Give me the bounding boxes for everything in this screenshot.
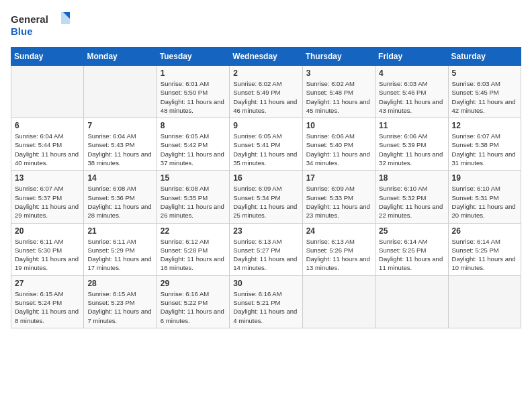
cell-content: Sunrise: 6:02 AMSunset: 5:49 PMDaylight:… — [233, 79, 298, 115]
cell-content: Sunrise: 6:05 AMSunset: 5:41 PMDaylight:… — [233, 132, 298, 167]
calendar-cell: 11Sunrise: 6:06 AMSunset: 5:39 PMDayligh… — [375, 118, 448, 171]
calendar-cell — [11, 66, 84, 118]
day-number: 28 — [87, 279, 152, 288]
calendar-cell: 26Sunrise: 6:14 AMSunset: 5:25 PMDayligh… — [448, 223, 521, 275]
day-number: 22 — [161, 226, 226, 236]
svg-text:Blue: Blue — [11, 26, 33, 37]
cell-content: Sunrise: 6:15 AMSunset: 5:23 PMDaylight:… — [87, 289, 152, 325]
cell-content: Sunrise: 6:13 AMSunset: 5:27 PMDaylight:… — [233, 237, 298, 273]
calendar-cell: 17Sunrise: 6:09 AMSunset: 5:33 PMDayligh… — [302, 171, 375, 223]
calendar-cell: 10Sunrise: 6:06 AMSunset: 5:40 PMDayligh… — [302, 118, 375, 171]
calendar-cell: 7Sunrise: 6:04 AMSunset: 5:43 PMDaylight… — [84, 118, 157, 171]
cell-content: Sunrise: 6:16 AMSunset: 5:21 PMDaylight:… — [233, 289, 298, 325]
calendar-cell: 28Sunrise: 6:15 AMSunset: 5:23 PMDayligh… — [84, 275, 157, 328]
day-number: 8 — [161, 121, 226, 130]
calendar-cell: 9Sunrise: 6:05 AMSunset: 5:41 PMDaylight… — [230, 118, 302, 171]
calendar-cell: 24Sunrise: 6:13 AMSunset: 5:26 PMDayligh… — [302, 223, 375, 275]
day-number: 27 — [15, 279, 80, 288]
day-number: 19 — [452, 173, 517, 183]
cell-content: Sunrise: 6:10 AMSunset: 5:32 PMDaylight:… — [379, 184, 444, 220]
cell-content: Sunrise: 6:15 AMSunset: 5:24 PMDaylight:… — [15, 289, 80, 325]
cell-content: Sunrise: 6:10 AMSunset: 5:31 PMDaylight:… — [452, 184, 517, 220]
cell-content: Sunrise: 6:09 AMSunset: 5:33 PMDaylight:… — [306, 184, 371, 220]
calendar-week-row: 27Sunrise: 6:15 AMSunset: 5:24 PMDayligh… — [11, 275, 521, 328]
day-header-friday: Friday — [375, 48, 448, 66]
day-number: 12 — [452, 121, 517, 130]
calendar-week-row: 20Sunrise: 6:11 AMSunset: 5:30 PMDayligh… — [11, 223, 521, 275]
calendar-cell: 30Sunrise: 6:16 AMSunset: 5:21 PMDayligh… — [230, 275, 302, 328]
calendar-cell: 27Sunrise: 6:15 AMSunset: 5:24 PMDayligh… — [11, 275, 84, 328]
calendar-cell: 3Sunrise: 6:02 AMSunset: 5:48 PMDaylight… — [302, 66, 375, 118]
calendar-cell: 2Sunrise: 6:02 AMSunset: 5:49 PMDaylight… — [230, 66, 302, 118]
cell-content: Sunrise: 6:08 AMSunset: 5:36 PMDaylight:… — [87, 184, 152, 220]
day-number: 30 — [233, 279, 298, 288]
calendar-cell: 29Sunrise: 6:16 AMSunset: 5:22 PMDayligh… — [157, 275, 229, 328]
calendar-cell: 19Sunrise: 6:10 AMSunset: 5:31 PMDayligh… — [448, 171, 521, 223]
cell-content: Sunrise: 6:06 AMSunset: 5:40 PMDaylight:… — [306, 132, 371, 167]
day-number: 2 — [233, 68, 298, 78]
cell-content: Sunrise: 6:07 AMSunset: 5:37 PMDaylight:… — [15, 184, 80, 220]
cell-content: Sunrise: 6:03 AMSunset: 5:46 PMDaylight:… — [379, 79, 444, 115]
calendar-table: SundayMondayTuesdayWednesdayThursdayFrid… — [11, 47, 521, 328]
calendar-week-row: 1Sunrise: 6:01 AMSunset: 5:50 PMDaylight… — [11, 66, 521, 118]
calendar-cell: 23Sunrise: 6:13 AMSunset: 5:27 PMDayligh… — [230, 223, 302, 275]
day-header-tuesday: Tuesday — [157, 48, 229, 66]
calendar-cell — [84, 66, 157, 118]
day-header-monday: Monday — [84, 48, 157, 66]
day-header-sunday: Sunday — [11, 48, 84, 66]
cell-content: Sunrise: 6:02 AMSunset: 5:48 PMDaylight:… — [306, 79, 371, 115]
calendar-cell: 18Sunrise: 6:10 AMSunset: 5:32 PMDayligh… — [375, 171, 448, 223]
calendar-cell: 15Sunrise: 6:08 AMSunset: 5:35 PMDayligh… — [157, 171, 229, 223]
calendar-cell: 21Sunrise: 6:11 AMSunset: 5:29 PMDayligh… — [84, 223, 157, 275]
calendar-cell: 22Sunrise: 6:12 AMSunset: 5:28 PMDayligh… — [157, 223, 229, 275]
day-header-thursday: Thursday — [302, 48, 375, 66]
day-header-wednesday: Wednesday — [230, 48, 302, 66]
day-number: 13 — [15, 173, 80, 183]
svg-text:General: General — [11, 13, 48, 25]
calendar-cell: 20Sunrise: 6:11 AMSunset: 5:30 PMDayligh… — [11, 223, 84, 275]
day-number: 26 — [452, 226, 517, 236]
logo-svg: General Blue — [11, 11, 71, 39]
day-number: 3 — [306, 68, 371, 78]
cell-content: Sunrise: 6:09 AMSunset: 5:34 PMDaylight:… — [233, 184, 298, 220]
calendar-cell: 12Sunrise: 6:07 AMSunset: 5:38 PMDayligh… — [448, 118, 521, 171]
calendar-cell: 5Sunrise: 6:03 AMSunset: 5:45 PMDaylight… — [448, 66, 521, 118]
day-number: 15 — [161, 173, 226, 183]
day-number: 6 — [15, 121, 80, 130]
calendar-cell: 6Sunrise: 6:04 AMSunset: 5:44 PMDaylight… — [11, 118, 84, 171]
day-number: 29 — [161, 279, 226, 288]
cell-content: Sunrise: 6:14 AMSunset: 5:25 PMDaylight:… — [452, 237, 517, 273]
cell-content: Sunrise: 6:14 AMSunset: 5:25 PMDaylight:… — [379, 237, 444, 273]
calendar-header-row: SundayMondayTuesdayWednesdayThursdayFrid… — [11, 48, 521, 66]
logo: General Blue — [11, 11, 71, 39]
calendar-cell: 1Sunrise: 6:01 AMSunset: 5:50 PMDaylight… — [157, 66, 229, 118]
day-number: 7 — [87, 121, 152, 130]
calendar-cell: 4Sunrise: 6:03 AMSunset: 5:46 PMDaylight… — [375, 66, 448, 118]
cell-content: Sunrise: 6:07 AMSunset: 5:38 PMDaylight:… — [452, 132, 517, 167]
cell-content: Sunrise: 6:05 AMSunset: 5:42 PMDaylight:… — [161, 132, 226, 167]
day-number: 23 — [233, 226, 298, 236]
day-number: 20 — [15, 226, 80, 236]
day-number: 10 — [306, 121, 371, 130]
day-number: 5 — [452, 68, 517, 78]
day-number: 1 — [161, 68, 226, 78]
cell-content: Sunrise: 6:08 AMSunset: 5:35 PMDaylight:… — [161, 184, 226, 220]
day-number: 9 — [233, 121, 298, 130]
calendar-cell: 8Sunrise: 6:05 AMSunset: 5:42 PMDaylight… — [157, 118, 229, 171]
day-number: 4 — [379, 68, 444, 78]
cell-content: Sunrise: 6:11 AMSunset: 5:29 PMDaylight:… — [87, 237, 152, 273]
calendar-cell: 25Sunrise: 6:14 AMSunset: 5:25 PMDayligh… — [375, 223, 448, 275]
cell-content: Sunrise: 6:12 AMSunset: 5:28 PMDaylight:… — [161, 237, 226, 273]
day-number: 14 — [87, 173, 152, 183]
calendar-cell: 13Sunrise: 6:07 AMSunset: 5:37 PMDayligh… — [11, 171, 84, 223]
cell-content: Sunrise: 6:04 AMSunset: 5:43 PMDaylight:… — [87, 132, 152, 167]
day-number: 18 — [379, 173, 444, 183]
calendar-cell — [302, 275, 375, 328]
day-number: 25 — [379, 226, 444, 236]
cell-content: Sunrise: 6:04 AMSunset: 5:44 PMDaylight:… — [15, 132, 80, 167]
header: General Blue — [11, 11, 521, 39]
calendar-week-row: 6Sunrise: 6:04 AMSunset: 5:44 PMDaylight… — [11, 118, 521, 171]
calendar-week-row: 13Sunrise: 6:07 AMSunset: 5:37 PMDayligh… — [11, 171, 521, 223]
calendar-cell: 14Sunrise: 6:08 AMSunset: 5:36 PMDayligh… — [84, 171, 157, 223]
cell-content: Sunrise: 6:13 AMSunset: 5:26 PMDaylight:… — [306, 237, 371, 273]
